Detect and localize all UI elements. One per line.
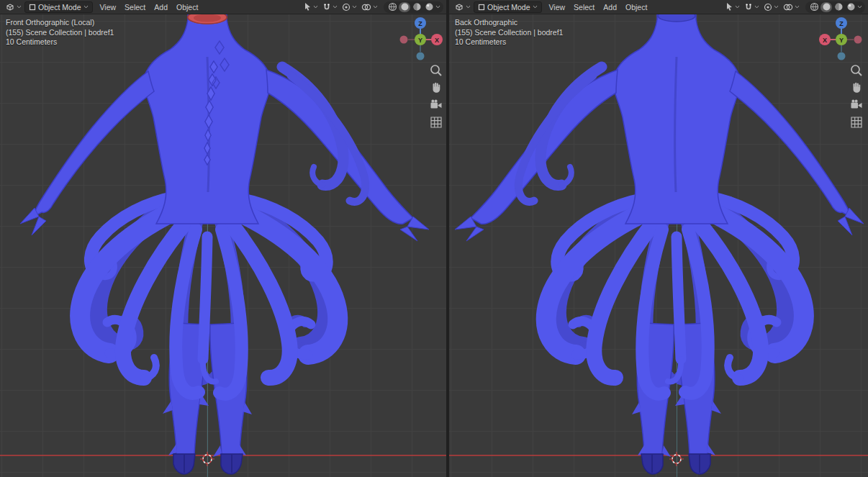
view-name-label: Front Orthographic (Local) [6,18,114,28]
proportional-edit-icon [764,3,772,12]
camera-view-button[interactable] [849,98,864,112]
wireframe-sphere-icon [810,2,819,12]
gizmo-z-neg-axis[interactable] [417,53,425,60]
shading-solid-button[interactable] [399,2,410,12]
shading-material-button[interactable] [411,2,422,12]
pan-hand-icon [849,81,864,95]
mode-dropdown-label: Object Mode [38,3,81,12]
solid-sphere-icon [400,2,410,12]
front-tentacles[interactable] [80,197,338,394]
viewport-header: Object Mode View Select Add Object [449,0,868,14]
proportional-edit-dropdown[interactable] [340,3,359,12]
mode-dropdown[interactable]: Object Mode [24,1,93,13]
gizmo-x-label: X [435,37,439,44]
chevron-down-icon [352,5,357,9]
gizmo-z-label: Z [839,20,844,27]
cursor-3d[interactable] [669,452,684,466]
overlays-dropdown[interactable] [781,3,802,12]
menu-object[interactable]: Object [172,3,202,12]
model-canvas-front[interactable] [0,14,446,477]
grid-toggle-button[interactable] [849,115,864,130]
shading-rendered-button[interactable] [423,2,435,12]
viewport-header: Object Mode View Select Add Object [0,0,446,14]
pan-view-button[interactable] [429,81,443,95]
chevron-down-icon[interactable] [435,5,440,9]
navigation-gizmo[interactable]: Z X Y [818,17,864,63]
menu-select[interactable]: Select [120,3,150,12]
rendered-sphere-icon [846,2,856,12]
select-tool-dropdown[interactable] [301,2,320,12]
grid-toggle-button[interactable] [429,115,443,130]
snap-magnet-icon [322,3,331,12]
viewport-nav-tools [429,63,443,130]
editor-type-button[interactable] [3,2,24,12]
editor-type-button[interactable] [452,2,474,12]
shading-mode-group [805,1,865,13]
object-mode-icon [478,4,485,11]
object-mode-icon [29,4,36,11]
shading-wireframe-button[interactable] [808,2,820,12]
chevron-down-icon [373,5,378,9]
gizmo-x-label: X [823,37,827,44]
shading-solid-button[interactable] [820,2,832,12]
chevron-down-icon[interactable] [857,5,862,9]
blender-window: Object Mode View Select Add Object [0,0,868,477]
navigation-gizmo[interactable]: Z X Y [397,17,443,63]
pan-view-button[interactable] [849,81,864,95]
menu-select[interactable]: Select [569,3,599,12]
creature-model[interactable] [20,14,429,474]
overlays-icon [361,3,371,12]
pan-hand-icon [429,81,443,95]
shading-mode-group [384,1,443,13]
shading-material-button[interactable] [833,2,844,12]
shading-wireframe-button[interactable] [386,2,398,12]
collection-label: (155) Scene Collection | bodref1 [6,28,114,38]
overlays-dropdown[interactable] [359,3,380,12]
menu-view[interactable]: View [96,3,121,12]
chevron-down-icon [735,5,740,9]
camera-view-button[interactable] [429,98,443,112]
viewport-back[interactable]: Object Mode View Select Add Object [449,0,868,477]
editor-type-icon [455,3,464,12]
chevron-down-icon [17,5,22,9]
cursor-3d[interactable] [200,452,214,466]
select-tool-dropdown[interactable] [723,2,742,12]
shading-rendered-button[interactable] [845,2,856,12]
pointer-select-icon [303,2,312,12]
chevron-down-icon [795,5,800,9]
gizmo-x-neg-axis[interactable] [400,36,408,44]
gizmo-x-neg-axis[interactable] [854,36,862,44]
pointer-select-icon [725,2,733,12]
chevron-down-icon [533,5,538,9]
snap-dropdown[interactable] [320,3,340,12]
viewport-front[interactable]: Object Mode View Select Add Object [0,0,446,477]
camera-view-icon [429,98,443,112]
wireframe-sphere-icon [388,2,397,12]
chevron-down-icon [754,5,759,9]
collection-label: (155) Scene Collection | bodref1 [455,28,563,38]
menu-add[interactable]: Add [599,3,621,12]
snap-dropdown[interactable] [742,3,761,12]
menu-view[interactable]: View [545,3,570,12]
chevron-down-icon [313,5,318,9]
zoom-button[interactable] [849,63,864,78]
proportional-edit-dropdown[interactable] [761,3,781,12]
creature-model[interactable] [455,14,864,474]
mode-dropdown-label: Object Mode [487,3,530,12]
menu-object[interactable]: Object [621,3,651,12]
proportional-edit-icon [342,3,351,12]
material-sphere-icon [834,2,844,12]
model-canvas-back[interactable] [449,14,868,477]
overlays-icon [783,3,793,12]
zoom-button[interactable] [429,63,443,78]
camera-view-icon [849,98,864,112]
mode-dropdown[interactable]: Object Mode [474,1,542,13]
viewport-info-overlay: Front Orthographic (Local) (155) Scene C… [6,18,114,47]
viewport-nav-tools [849,63,864,130]
gizmo-z-neg-axis[interactable] [838,53,846,60]
chevron-down-icon [333,5,338,9]
menu-add[interactable]: Add [150,3,172,12]
viewport-info-overlay: Back Orthographic (155) Scene Collection… [455,18,563,47]
zoom-icon [429,63,443,78]
scale-label: 10 Centimeters [455,37,563,47]
